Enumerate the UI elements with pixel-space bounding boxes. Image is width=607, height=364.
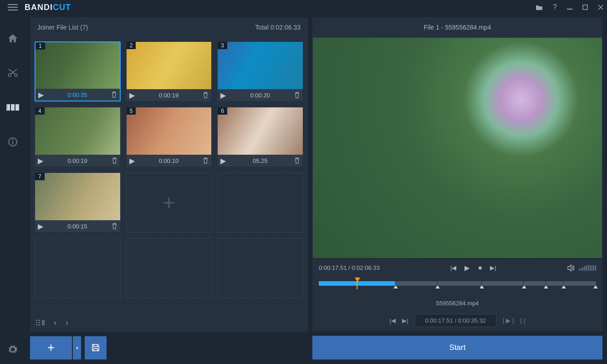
mark-in-icon[interactable]: [ ▶ ] — [503, 317, 514, 324]
play-icon[interactable]: ▶ — [464, 264, 470, 272]
clip-index: 2 — [127, 42, 136, 49]
app-logo: BANDICUT — [25, 3, 71, 12]
trash-icon[interactable] — [203, 92, 209, 98]
volume-level[interactable] — [579, 265, 596, 271]
clip-tile[interactable]: 1 ▶0:00:35 — [35, 41, 121, 101]
trash-icon[interactable] — [112, 223, 117, 229]
prev-icon[interactable]: ‹ — [54, 318, 56, 328]
trash-icon[interactable] — [111, 91, 117, 98]
clip-index: 1 — [36, 42, 45, 50]
start-button[interactable]: Start — [312, 336, 602, 359]
clip-time: 0:00:17.51 / 0:00:35.32 — [414, 314, 496, 327]
clip-duration: 0:00:19 — [46, 157, 109, 164]
svg-rect-8 — [7, 106, 7, 107]
svg-rect-6 — [15, 104, 19, 111]
menu-button[interactable] — [4, 4, 22, 10]
clip-tile[interactable]: 5 ▶0:00:10 — [126, 107, 212, 167]
next-clip-icon[interactable]: ▶| — [490, 264, 496, 271]
play-icon[interactable]: ▶ — [38, 91, 44, 99]
clip-duration: 0:00:19 — [138, 92, 200, 99]
volume-icon[interactable] — [567, 264, 575, 272]
next-icon[interactable]: › — [66, 318, 68, 328]
video-preview[interactable] — [312, 37, 602, 258]
trash-icon[interactable] — [203, 157, 209, 164]
prev-clip-icon[interactable]: |◀ — [450, 264, 456, 271]
add-video-button[interactable]: + ▾ — [30, 336, 81, 359]
clip-tile[interactable]: 7 ▶0:00:15 — [35, 172, 121, 233]
clip-duration: 0:00:35 — [46, 91, 108, 98]
clip-tile[interactable]: 6 ▶05.25 — [217, 107, 303, 167]
clip-tile[interactable]: 4 ▶0:00:19 — [35, 107, 121, 167]
clip-index: 6 — [218, 107, 227, 115]
stop-icon[interactable]: ■ — [478, 264, 482, 271]
save-button[interactable] — [85, 336, 107, 359]
open-folder-icon[interactable] — [536, 5, 543, 10]
preview-title: File 1 - 559556284.mp4 — [312, 17, 602, 37]
minimize-icon[interactable] — [567, 5, 572, 10]
empty-slot — [35, 238, 121, 298]
svg-rect-0 — [567, 9, 572, 10]
clip-duration: 05.25 — [229, 157, 291, 164]
timeline[interactable] — [312, 277, 602, 297]
total-duration: Total 0:02:06.33 — [255, 24, 301, 31]
maximize-icon[interactable] — [582, 5, 588, 10]
svg-rect-9 — [7, 108, 7, 109]
clip-index: 3 — [218, 42, 227, 49]
current-clip-name: 559556284.mp4 — [312, 297, 602, 309]
trash-icon[interactable] — [112, 157, 117, 164]
join-icon[interactable] — [0, 99, 26, 116]
svg-rect-7 — [7, 105, 7, 106]
clip-duration: 0:00:15 — [46, 223, 109, 230]
play-icon[interactable]: ▶ — [129, 157, 135, 165]
close-icon[interactable] — [598, 5, 603, 10]
trash-icon[interactable] — [294, 157, 300, 164]
seek-start-icon[interactable]: |◀ — [390, 317, 396, 324]
clip-controls: |◀ ▶| 0:00:17.51 / 0:00:35.32 [ ▶ ] [ ] — [312, 309, 602, 331]
clip-tile[interactable]: 2 ▶0:00:19 — [126, 41, 212, 101]
info-icon[interactable] — [0, 134, 26, 150]
mark-out-icon[interactable]: [ ] — [520, 317, 525, 324]
clip-index: 5 — [127, 107, 136, 115]
title-bar: BANDICUT ? — [0, 0, 607, 15]
clip-index: 7 — [35, 173, 45, 180]
play-icon[interactable]: ▶ — [129, 91, 135, 100]
help-icon[interactable]: ? — [553, 3, 557, 11]
play-icon[interactable]: ▶ — [220, 91, 226, 100]
playback-time: 0:00:17.51 / 0:02:06.33 — [319, 264, 380, 271]
cut-icon[interactable] — [0, 65, 26, 81]
list-footer: ‹ › — [30, 314, 308, 331]
play-icon[interactable]: ▶ — [38, 222, 43, 231]
sidebar — [0, 15, 26, 364]
empty-slot — [217, 238, 303, 298]
settings-icon[interactable] — [0, 341, 26, 358]
plus-icon: + — [47, 340, 55, 355]
empty-slot — [217, 172, 303, 233]
clip-duration: 0:00:20 — [229, 92, 291, 99]
preview-panel: File 1 - 559556284.mp4 0:00:17.51 / 0:02… — [312, 17, 602, 359]
empty-slot — [126, 238, 212, 298]
home-icon[interactable] — [0, 30, 26, 46]
trash-icon[interactable] — [294, 92, 300, 98]
svg-rect-1 — [583, 5, 587, 10]
clip-duration: 0:00:10 — [138, 157, 200, 164]
clip-index: 4 — [35, 107, 45, 115]
seek-end-icon[interactable]: ▶| — [402, 317, 408, 324]
add-clip-tile[interactable]: + — [126, 172, 212, 233]
svg-rect-5 — [11, 104, 15, 111]
list-clear-icon[interactable] — [36, 319, 45, 326]
plus-icon: + — [163, 190, 175, 215]
file-list-panel: Joiner File List (7) Total 0:02:06.33 1 … — [30, 17, 308, 359]
play-icon[interactable]: ▶ — [38, 157, 43, 165]
add-dropdown-icon[interactable]: ▾ — [73, 336, 81, 359]
clip-grid: 1 ▶0:00:35 2 ▶0:00:19 3 ▶0:00:20 4 ▶0:00… — [30, 37, 308, 314]
clip-tile[interactable]: 3 ▶0:00:20 — [217, 41, 303, 101]
list-title: Joiner File List (7) — [37, 24, 88, 31]
play-icon[interactable]: ▶ — [220, 157, 226, 165]
transport-bar: 0:00:17.51 / 0:02:06.33 |◀ ▶ ■ ▶| — [312, 258, 602, 277]
